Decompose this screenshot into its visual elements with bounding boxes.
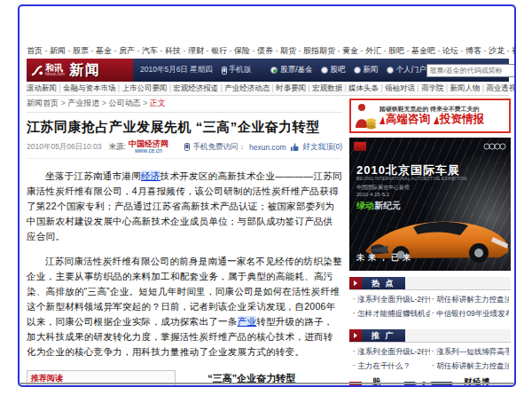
- audi-rings-icon: [483, 143, 506, 150]
- meta-right: 手机免费访问： hexun.com 好文我顶(0): [184, 142, 342, 153]
- promo-link[interactable]: 涨系列—短线博弈高手: [432, 347, 509, 358]
- radio-dot: [354, 67, 361, 74]
- promo-link[interactable]: 胡任标讲解主力控盘法: [432, 361, 509, 372]
- search-area: 和讯搜索: [426, 63, 516, 77]
- sub-nav-link[interactable]: 媒体头条: [348, 83, 385, 92]
- sub-nav-link[interactable]: 时事要闻: [276, 83, 312, 92]
- mobile-site-link[interactable]: hexun.com: [249, 143, 286, 152]
- source-label: 来源:: [109, 142, 126, 153]
- promo-tab[interactable]: 推 广: [362, 329, 405, 342]
- auto-show-venue: 中国国际展览中心新馆: [356, 184, 410, 192]
- sub-nav-link[interactable]: 商业透视: [486, 83, 516, 92]
- sub-nav-link[interactable]: 宏观经济报道: [173, 83, 224, 92]
- site-header: 和讯hexun.com 新闻 2010年5月6日 星期四 手机版 股票/基金 股…: [27, 59, 509, 82]
- top-nav-link[interactable]: 新闻: [50, 46, 73, 55]
- sub-nav-links: 滚动新闻金融与资本市场上市公司要闻宏观经济报道产业经济动态时事要闻宏观数据媒体头…: [27, 83, 516, 94]
- top-nav-link[interactable]: 博客: [466, 46, 489, 55]
- logo-news-text: 新闻: [69, 61, 101, 80]
- top-nav-link[interactable]: 沙龙: [489, 46, 512, 55]
- promo-section-header: 推 广: [349, 329, 511, 343]
- phone-icon: [222, 67, 227, 75]
- source-logo[interactable]: 中国经济网www.ce.cn: [129, 140, 168, 154]
- keyword-link[interactable]: 产业: [238, 316, 257, 327]
- breadcrumb-item[interactable]: 新闻首页: [27, 99, 67, 107]
- breadcrumb-item[interactable]: 公司动态: [109, 99, 150, 107]
- ad-item-intel: 投资情报: [434, 113, 484, 127]
- top-nav-link[interactable]: 首页: [27, 46, 50, 55]
- top-nav-link[interactable]: 科技: [165, 46, 188, 55]
- arrow-icon: [349, 329, 362, 342]
- promo-link[interactable]: 涨系列全面升级L-2行情: [353, 347, 430, 358]
- top-nav-link[interactable]: 基金: [96, 46, 119, 55]
- hot-tab[interactable]: 热 点: [362, 277, 405, 289]
- top-nav-link[interactable]: 房产: [119, 46, 142, 55]
- sub-nav-link[interactable]: 上市公司要闻: [121, 83, 173, 92]
- sub-nav-link[interactable]: 金融与资本市场: [63, 83, 121, 92]
- thumb-up-icon: [290, 142, 300, 152]
- page-frame: 首页新闻股票基金房产汽车科技理财银行保险债券期货股指期货黄金外汇股吧基金吧论坛博…: [18, 4, 516, 387]
- advisor-coins-icon: [354, 102, 377, 130]
- article-datetime: 2010年05月06日10:03: [27, 142, 102, 153]
- top-nav-link[interactable]: 论坛: [442, 46, 466, 55]
- hot-link[interactable]: 怎样才能捕捉赚钱机会: [353, 309, 430, 320]
- top-nav-link[interactable]: 基金吧: [411, 46, 442, 55]
- logo-text: 和讯hexun.com: [45, 64, 65, 77]
- radio-guba[interactable]: 股吧: [321, 65, 346, 75]
- search-input[interactable]: [426, 64, 516, 77]
- breadcrumb-item[interactable]: 产业报道: [67, 99, 108, 107]
- sub-nav-link[interactable]: 滚动新闻: [27, 83, 63, 92]
- hot-link[interactable]: 涨系列全面升级L-2行情: [353, 295, 430, 305]
- radio-dot: [387, 67, 394, 74]
- top-nav-link[interactable]: 银行: [211, 46, 234, 55]
- top-nav-link[interactable]: 股指期货: [303, 46, 342, 55]
- article-meta: 2010年05月06日10:03 来源: 中国经济网www.ce.cn 手机免费…: [27, 140, 342, 159]
- auto-show-subtitle: BEIJING INTERNATIONAL AUTOMOTIVE EXHIBIT…: [356, 177, 467, 181]
- sub-nav-link[interactable]: 宏观数据: [312, 83, 348, 92]
- top-nav-link[interactable]: 黄金: [342, 46, 365, 55]
- auto-china-logo: [354, 142, 366, 151]
- hexun-logo[interactable]: 和讯hexun.com 新闻: [27, 59, 133, 82]
- sub-nav-link[interactable]: 商学院: [421, 83, 450, 92]
- hot-link[interactable]: 胡任标讲解主力控盘法: [432, 295, 509, 305]
- article-subsection: “三高”企业奋力转型 上世纪90年代以前，纺织企业由于较少考虑环境保护等相关成本…: [186, 370, 342, 388]
- recommended-body: 北京车展十大 绝色美女车模 姿色远超兽兽: [27, 387, 175, 388]
- top-nav-link[interactable]: 股吧: [388, 46, 411, 55]
- sub-nav-link[interactable]: 领袖对话: [385, 83, 421, 92]
- top-utility-nav: 首页新闻股票基金房产汽车科技理财银行保险债券期货股指期货黄金外汇股吧基金吧论坛博…: [27, 45, 509, 57]
- consulting-ad-text: 踏破铁鞋无觅处的 得来全不费工夫的 高端咨询 投资情报: [379, 105, 488, 127]
- promo-link[interactable]: 主力在干什么？: [353, 361, 430, 372]
- top-nav-link[interactable]: 视点: [512, 46, 516, 55]
- promo-section: 推 广 涨系列全面升级L-2行情涨系列—短线博弈高手主力在干什么？胡任标讲解主力…: [349, 329, 511, 375]
- article-bottom-row: 推荐阅读 北京车展十大 绝色美女车模 姿色远超兽兽 “三高”企业奋力转型: [27, 370, 342, 388]
- top-nav-link[interactable]: 债券: [257, 46, 280, 55]
- triangle-icon: [379, 116, 385, 124]
- like-button[interactable]: 好文我顶(0): [303, 142, 342, 153]
- top-nav-link[interactable]: 保险: [234, 46, 257, 55]
- top-nav-link[interactable]: 理财: [188, 46, 211, 55]
- top-nav-link[interactable]: 期货: [280, 46, 303, 55]
- radio-news[interactable]: 新闻: [354, 65, 379, 75]
- article-column: 新闻首页产业报道公司动态正文 江苏同康抢占产业发展先机 “三高”企业奋力转型 2…: [27, 98, 342, 387]
- search-scope-radios: 股票/基金 股吧 新闻 个人门户: [270, 65, 426, 75]
- sub-nav-link[interactable]: 产业经济动态: [224, 83, 276, 92]
- keyword-link[interactable]: 经济: [141, 170, 160, 181]
- top-nav-link[interactable]: 外汇: [365, 46, 388, 55]
- breadcrumb-current: 正文: [150, 99, 166, 107]
- hot-link[interactable]: 中信银行09年业绩发布: [432, 309, 509, 320]
- auto-show-ad[interactable]: 2010北京国际车展 BEIJING INTERNATIONAL AUTOMOT…: [349, 138, 511, 271]
- article-body: 坐落于江苏南通市港闸经济技术开发区的高新技术企业————江苏同康活性炭纤维有限公…: [27, 169, 342, 359]
- sidebar: 踏破铁鞋无觅处的 得来全不费工夫的 高端咨询 投资情报 2010北京国际车展 B…: [349, 99, 511, 387]
- auto-show-dates: 2010 4.15-5.2: [356, 192, 389, 197]
- mobile-access-label: 手机免费访问：: [193, 142, 246, 153]
- sub-nav-link[interactable]: 新闻人物: [450, 83, 486, 92]
- radio-dot: [270, 67, 278, 74]
- mobile-version-link[interactable]: 手机版: [222, 65, 252, 75]
- radio-stock-fund[interactable]: 股票/基金: [270, 65, 312, 75]
- consulting-ad-banner[interactable]: 踏破铁鞋无觅处的 得来全不费工夫的 高端咨询 投资情报: [349, 99, 511, 133]
- article-paragraph: 江苏同康活性炭纤维有限公司的前身是南通一家名不见经传的纺织染整企业，主要从事纺织…: [27, 254, 342, 359]
- radio-portal[interactable]: 个人门户: [387, 65, 426, 75]
- top-nav-link[interactable]: 股票: [73, 46, 96, 55]
- hexun-logo-icon: [30, 64, 43, 77]
- article-paragraph: 坐落于江苏南通市港闸经济技术开发区的高新技术企业————江苏同康活性炭纤维有限公…: [27, 169, 342, 244]
- top-nav-link[interactable]: 汽车: [142, 46, 165, 55]
